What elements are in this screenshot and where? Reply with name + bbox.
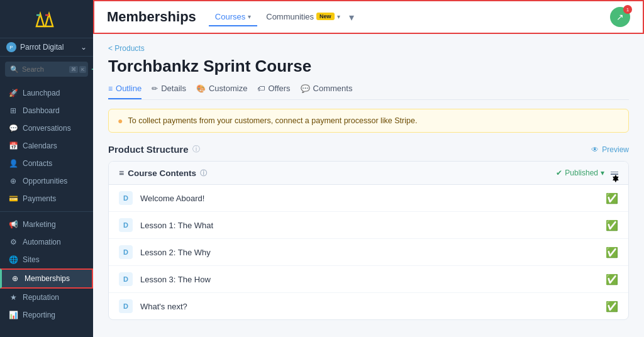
nav-divider [0,211,93,212]
topbar-tabs: Courses ▾ Communities New ▾ [209,8,347,26]
search-bar[interactable]: 🔍 ⌘ K + [5,62,88,77]
offers-icon: 🏷 [257,84,265,93]
lesson-status-icon: ✅ [606,301,618,312]
sidebar-item-sites[interactable]: 🌐 Sites [0,251,93,268]
section-title: Product Structure [108,144,189,155]
sidebar-item-launchpad[interactable]: 🚀 Launchpad [0,84,93,102]
sidebar-nav: 🚀 Launchpad ⊞ Dashboard 💬 Conversations … [0,82,93,337]
table-row[interactable]: D Lesson 3: The How ✅ [109,266,628,293]
sidebar-item-label: Reputation [23,293,59,302]
sidebar-item-label: Contacts [23,159,52,168]
communities-chevron-icon: ▾ [337,13,340,20]
sidebar: P Parrot Digital ⌄ 🔍 ⌘ K + 🚀 Launchpad ⊞… [0,0,93,337]
comments-icon: 💬 [301,84,310,93]
opportunities-icon: ⊕ [9,177,18,185]
expand-up-icon: ▲ [611,172,618,173]
account-chevron: ⌄ [80,43,87,52]
tab-offers[interactable]: 🏷 Offers [257,84,290,99]
tab-communities-label: Communities [266,12,314,21]
lesson-title: Welcome Aboard! [140,194,598,203]
tab-courses-label: Courses [215,12,245,21]
lesson-title: Lesson 2: The Why [140,248,598,257]
table-row[interactable]: D Lesson 2: The Why ✅ [109,239,628,266]
reporting-icon: 📊 [9,311,18,319]
lesson-title: Lesson 1: The What [140,221,598,230]
launchpad-icon: 🚀 [9,89,18,97]
course-contents-label: Course Contents [128,168,196,178]
topbar: Memberships Courses ▾ Communities New ▾ … [93,0,644,34]
conversations-icon: 💬 [9,124,18,133]
tab-courses[interactable]: Courses ▾ [209,8,257,26]
more-options-icon[interactable]: ▾ [349,11,354,23]
sidebar-item-label: Automation [23,238,61,246]
dashboard-icon: ⊞ [9,106,18,115]
sidebar-item-reputation[interactable]: ★ Reputation [0,289,93,306]
topbar-title: Memberships [107,9,196,25]
page-tabs: ≡ Outline ✏ Details 🎨 Customize 🏷 Offers… [108,84,629,100]
customize-icon: 🎨 [196,84,206,93]
sidebar-item-calendars[interactable]: 📅 Calendars [0,137,93,155]
sidebar-item-dashboard[interactable]: ⊞ Dashboard [0,102,93,119]
notice-bar: ● To collect payments from your customer… [108,109,629,133]
sidebar-item-contacts[interactable]: 👤 Contacts [0,155,93,172]
notification-button[interactable]: ↗ 1 [610,7,630,27]
sidebar-item-label: Reporting [23,311,55,319]
shortcut-cmd: ⌘ [69,66,78,73]
published-label: Published [565,168,598,177]
sidebar-item-reporting[interactable]: 📊 Reporting [0,306,93,324]
table-row[interactable]: D Welcome Aboard! ✅ [109,185,628,212]
check-circle-icon: ✔ [556,168,562,177]
sidebar-item-memberships[interactable]: ⊕ Memberships [0,268,93,289]
expand-button[interactable]: ▲ ▼ [611,172,618,175]
tab-details[interactable]: ✏ Details [152,84,186,99]
page-content: Products Torchbankz Sprint Course ≡ Outl… [93,34,644,337]
section-header: Product Structure ⓘ 👁 Preview [108,144,629,155]
course-table-header: ≡ Course Contents ⓘ ✔ Published ▾ ▲ ▼ [109,162,628,185]
expand-down-icon: ▼ [611,174,618,175]
page-title: Torchbankz Sprint Course [108,57,629,76]
table-row[interactable]: D Lesson 1: The What ✅ [109,212,628,239]
published-chevron: ▾ [601,168,604,177]
notification-badge: 1 [623,5,632,14]
tab-outline-label: Outline [116,84,142,93]
lesson-type-badge: D [119,245,133,259]
sidebar-item-marketing[interactable]: 📢 Marketing [0,216,93,233]
sidebar-item-payments[interactable]: 💳 Payments [0,190,93,207]
marketing-icon: 📢 [9,220,18,229]
automation-icon: ⚙ [9,238,18,246]
sidebar-item-label: Dashboard [23,106,60,115]
sidebar-item-label: Memberships [25,274,70,283]
courses-chevron-icon: ▾ [248,13,251,20]
lesson-type-badge: D [119,218,133,232]
sidebar-item-label: Conversations [23,124,71,133]
notice-dot-icon: ● [118,116,123,126]
sidebar-item-opportunities[interactable]: ⊕ Opportunities [0,172,93,190]
published-badge[interactable]: ✔ Published ▾ [556,168,604,177]
search-icon: 🔍 [10,65,19,74]
tab-customize-label: Customize [209,84,247,93]
sidebar-item-label: Marketing [23,220,56,229]
notification-icon: ↗ [616,12,624,22]
breadcrumb[interactable]: Products [108,44,629,53]
tab-comments[interactable]: 💬 Comments [301,84,353,99]
sidebar-item-automation[interactable]: ⚙ Automation [0,233,93,251]
sidebar-item-label: Opportunities [23,177,67,185]
contacts-icon: 👤 [9,159,18,168]
account-switcher[interactable]: P Parrot Digital ⌄ [0,38,93,57]
sites-icon: 🌐 [9,255,18,264]
account-name: Parrot Digital [20,43,64,52]
tab-communities[interactable]: Communities New ▾ [260,8,346,26]
reputation-icon: ★ [9,293,18,302]
main-content: Memberships Courses ▾ Communities New ▾ … [93,0,644,337]
outline-icon: ≡ [108,84,113,93]
tab-details-label: Details [161,84,186,93]
tab-customize[interactable]: 🎨 Customize [196,84,247,99]
tab-outline[interactable]: ≡ Outline [108,84,142,99]
table-row[interactable]: D What's next? ✅ [109,293,628,319]
preview-button[interactable]: 👁 Preview [591,145,629,154]
details-icon: ✏ [152,84,158,93]
search-input[interactable] [22,65,66,73]
sidebar-item-conversations[interactable]: 💬 Conversations [0,119,93,137]
lesson-type-badge: D [119,272,133,286]
lesson-status-icon: ✅ [606,246,618,258]
